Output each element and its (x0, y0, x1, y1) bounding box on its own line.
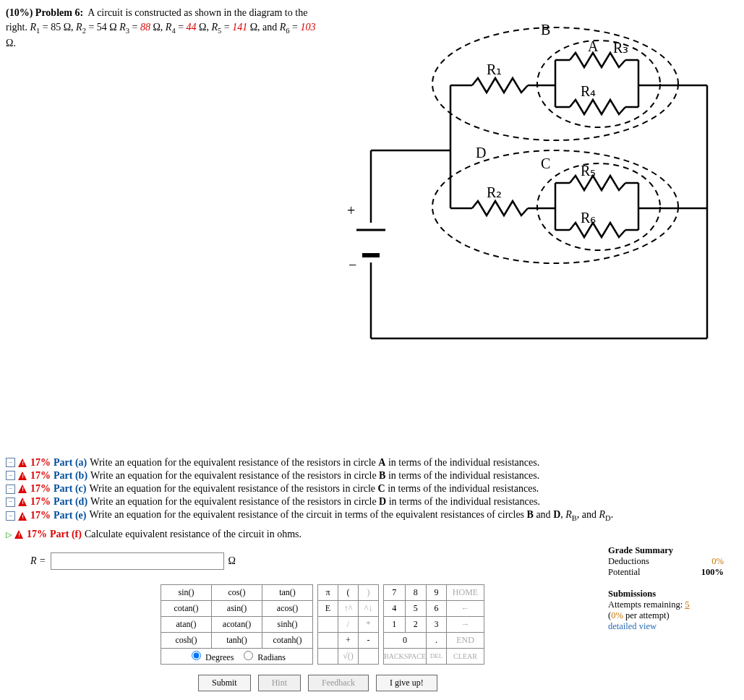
key-5[interactable]: 5 (405, 600, 427, 616)
svg-text:R₁: R₁ (487, 61, 502, 77)
svg-text:R₂: R₂ (487, 184, 502, 200)
collapse-icon[interactable]: − (6, 511, 15, 521)
fn-cos[interactable]: cos() (212, 584, 262, 600)
svg-text:C: C (541, 155, 550, 171)
fn-atan[interactable]: atan() (161, 616, 212, 632)
key-6[interactable]: 6 (427, 600, 447, 616)
svg-text:R₆: R₆ (581, 210, 596, 226)
fn-tanh[interactable]: tanh() (212, 632, 262, 648)
svg-text:A: A (588, 38, 599, 54)
fn-cotanh[interactable]: cotanh() (262, 632, 313, 648)
radians-radio[interactable]: Radians (240, 652, 286, 662)
key-pow-down[interactable]: ^↓ (359, 600, 379, 616)
key-blank (318, 616, 338, 632)
key-2[interactable]: 2 (405, 616, 427, 632)
alert-icon (18, 471, 27, 480)
svg-text:R₃: R₃ (613, 40, 628, 56)
part-f[interactable]: ▷ 17% Part (f) Calculate equivalent resi… (6, 528, 738, 541)
degrees-radio[interactable]: Degrees (188, 652, 234, 662)
symbol-keypad: π() E↑^^↓ /* +- √() (317, 584, 379, 665)
problem-statement: (10%) Problem 6: A circuit is constructe… (6, 6, 317, 51)
key-E[interactable]: E (318, 600, 338, 616)
key-pi[interactable]: π (318, 584, 338, 600)
grade-summary: Grade Summary Deductions0% Potential100%… (608, 545, 724, 632)
key-sqrt[interactable]: √() (338, 648, 359, 664)
number-keypad: 789HOME 456← 123→ 0.END BACKSPACEDELCLEA… (383, 584, 484, 665)
key-right[interactable]: → (447, 616, 484, 632)
key-7[interactable]: 7 (384, 584, 406, 600)
part-c[interactable]: − 17% Part (c) Write an equation for the… (6, 482, 738, 495)
fn-sinh[interactable]: sinh() (262, 616, 313, 632)
collapse-icon[interactable]: − (6, 498, 15, 507)
alert-icon (18, 512, 27, 521)
attempts-remaining[interactable]: 5 (685, 599, 689, 610)
key-mul[interactable]: * (359, 616, 379, 632)
key-9[interactable]: 9 (427, 584, 447, 600)
key-clear[interactable]: CLEAR (447, 648, 484, 664)
fn-acotan[interactable]: acotan() (212, 616, 262, 632)
answer-input[interactable] (51, 552, 224, 570)
key-dot[interactable]: . (427, 632, 447, 648)
key-end[interactable]: END (447, 632, 484, 648)
key-backspace[interactable]: BACKSPACE (384, 648, 427, 664)
key-rparen[interactable]: ) (359, 584, 379, 600)
key-4[interactable]: 4 (384, 600, 406, 616)
function-keypad: sin()cos()tan() cotan()asin()acos() atan… (161, 584, 313, 665)
collapse-icon[interactable]: − (6, 485, 15, 494)
key-3[interactable]: 3 (427, 616, 447, 632)
collapse-icon[interactable]: − (6, 458, 15, 467)
key-left[interactable]: ← (447, 600, 484, 616)
submit-button[interactable]: Submit (198, 675, 251, 691)
fn-tan[interactable]: tan() (262, 584, 313, 600)
expand-icon[interactable]: ▷ (6, 529, 12, 539)
key-blank (318, 648, 338, 664)
svg-text:+: + (347, 202, 355, 218)
fn-sin[interactable]: sin() (161, 584, 212, 600)
answer-prefix: R = (30, 555, 46, 567)
part-e[interactable]: − 17% Part (e) Write an equation for the… (6, 508, 738, 523)
key-blank (318, 632, 338, 648)
alert-icon (14, 530, 24, 539)
circuit-diagram: B A D C R₁ R₃ R₄ R₂ R₅ R₆ + − (338, 6, 729, 346)
key-blank (359, 648, 379, 664)
svg-text:D: D (476, 145, 486, 161)
angle-mode-row: Degrees Radians (161, 648, 313, 664)
key-home[interactable]: HOME (447, 584, 484, 600)
fn-cosh[interactable]: cosh() (161, 632, 212, 648)
fn-acos[interactable]: acos() (262, 600, 313, 616)
svg-text:R₅: R₅ (581, 163, 596, 179)
key-minus[interactable]: - (359, 632, 379, 648)
feedback-button[interactable]: Feedback (308, 675, 369, 691)
part-d[interactable]: − 17% Part (d) Write an equation for the… (6, 495, 738, 508)
svg-text:R₄: R₄ (581, 83, 596, 99)
svg-text:−: − (349, 257, 356, 273)
key-0[interactable]: 0 (384, 632, 427, 648)
fn-asin[interactable]: asin() (212, 600, 262, 616)
hint-button[interactable]: Hint (258, 675, 301, 691)
svg-text:B: B (541, 22, 550, 38)
alert-icon (18, 485, 27, 493)
key-lparen[interactable]: ( (338, 584, 359, 600)
key-del[interactable]: DEL (427, 648, 447, 664)
answer-unit: Ω (228, 555, 236, 567)
give-up-button[interactable]: I give up! (376, 675, 437, 691)
alert-icon (18, 458, 27, 467)
collapse-icon[interactable]: − (6, 471, 15, 480)
part-b[interactable]: − 17% Part (b) Write an equation for the… (6, 469, 738, 482)
key-plus[interactable]: + (338, 632, 359, 648)
key-1[interactable]: 1 (384, 616, 406, 632)
key-div[interactable]: / (338, 616, 359, 632)
part-a[interactable]: − 17% Part (a) Write an equation for the… (6, 456, 738, 469)
fn-cotan[interactable]: cotan() (161, 600, 212, 616)
alert-icon (18, 498, 27, 506)
key-pow-up[interactable]: ↑^ (338, 600, 359, 616)
detailed-view-link[interactable]: detailed view (608, 621, 657, 631)
key-8[interactable]: 8 (405, 584, 427, 600)
